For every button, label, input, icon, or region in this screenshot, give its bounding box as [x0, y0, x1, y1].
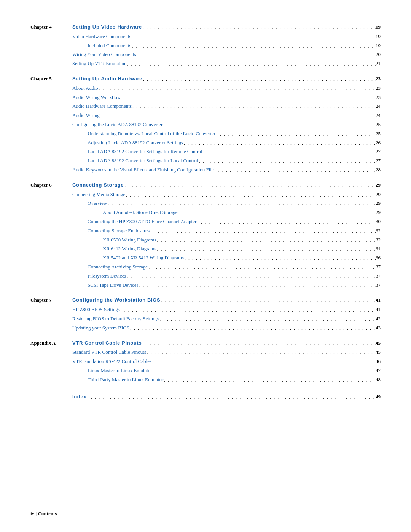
entry-dots-ch5-0: . . . . . . . . . . . . . . . . . . . . … [98, 85, 376, 93]
entry-page-ch7-1: 42 [376, 315, 381, 323]
entry-link-ch6-5[interactable]: XR 6500 Wiring Diagrams [103, 236, 156, 244]
toc-entry-ch5-3: Audio Wiring. . . . . . . . . . . . . . … [30, 111, 381, 120]
chapter-title-ch6[interactable]: Connecting Storage [72, 181, 124, 189]
chapter-title-ch5[interactable]: Setting Up Audio Hardware [72, 75, 142, 83]
entry-dots-ch6-9: . . . . . . . . . . . . . . . . . . . . … [126, 273, 376, 281]
index-link[interactable]: Index [72, 393, 86, 401]
entry-link-ch7-0[interactable]: HP Z800 BIOS Settings [72, 305, 120, 313]
toc-entry-ch7-2: Updating your System BIOS. . . . . . . .… [30, 324, 381, 332]
entry-dots-ch6-5: . . . . . . . . . . . . . . . . . . . . … [156, 237, 376, 244]
chapter-title-ch4[interactable]: Setting Up Video Hardware [72, 23, 142, 31]
entry-link-ch6-1[interactable]: Overview [88, 199, 107, 207]
chapter-label-ch7: Chapter 7 [30, 296, 72, 304]
entry-dots-ch5-1: . . . . . . . . . . . . . . . . . . . . … [121, 94, 376, 102]
entry-dots-ch6-2: . . . . . . . . . . . . . . . . . . . . … [177, 209, 376, 217]
entry-link-appA-1[interactable]: VTR Emulation RS-422 Control Cables [72, 357, 151, 365]
table-of-contents: Chapter 4Setting Up Video Hardware. . . … [30, 23, 381, 401]
entry-link-appA-2[interactable]: Linux Master to Linux Emulator [88, 366, 152, 374]
entry-link-ch6-2[interactable]: About Autodesk Stone Direct Storage [103, 208, 177, 216]
page-container: Chapter 4Setting Up Video Hardware. . . … [0, 0, 411, 532]
chapter-row-appA: Appendix AVTR Control Cable Pinouts. . .… [30, 339, 381, 347]
chapter-row-ch5: Chapter 5Setting Up Audio Hardware. . . … [30, 75, 381, 83]
toc-entry-ch4-3: Setting Up VTR Emulation. . . . . . . . … [30, 59, 381, 68]
toc-entry-ch6-3: Connecting the HP Z800 ATTO Fibre Channe… [30, 217, 381, 226]
footer-text: iv | Contents [30, 511, 57, 516]
chapter-row-ch4: Chapter 4Setting Up Video Hardware. . . … [30, 23, 381, 31]
entry-dots-ch5-5: . . . . . . . . . . . . . . . . . . . . … [215, 131, 376, 138]
entry-link-ch5-8[interactable]: Lucid ADA 88192 Converter Settings for L… [88, 157, 198, 165]
entry-link-ch5-9[interactable]: Audio Keywords in the Visual Effects and… [72, 166, 214, 174]
entry-link-ch6-8[interactable]: Connecting Archiving Storage [88, 263, 148, 271]
toc-entry-ch5-2: Audio Hardware Components. . . . . . . .… [30, 102, 381, 110]
entry-page-ch6-7: 36 [376, 254, 381, 262]
chapter-label-ch5: Chapter 5 [30, 75, 72, 83]
entry-dots-ch5-9: . . . . . . . . . . . . . . . . . . . . … [214, 167, 376, 174]
entry-dots-appA-1: . . . . . . . . . . . . . . . . . . . . … [151, 358, 376, 366]
chapter-title-ch7[interactable]: Configuring the Workstation BIOS [72, 296, 160, 304]
toc-entry-ch6-8: Connecting Archiving Storage. . . . . . … [30, 263, 381, 271]
entry-page-ch6-5: 32 [376, 236, 381, 244]
entry-dots-ch5-4: . . . . . . . . . . . . . . . . . . . . … [162, 121, 376, 129]
toc-entry-ch4-0: Video Hardware Components. . . . . . . .… [30, 32, 381, 41]
entry-link-appA-0[interactable]: Standard VTR Control Cable Pinouts [72, 348, 146, 356]
entry-dots-appA-2: . . . . . . . . . . . . . . . . . . . . … [152, 367, 376, 375]
index-page: 49 [376, 393, 381, 401]
page-num-appA: 45 [376, 339, 381, 347]
entry-link-appA-3[interactable]: Third-Party Master to Linux Emulator [88, 375, 163, 383]
entry-link-ch6-0[interactable]: Connecting Media Storage [72, 190, 125, 198]
entry-page-appA-0: 45 [376, 348, 381, 356]
chapter-label-appA: Appendix A [30, 339, 72, 347]
chapter-row-ch6: Chapter 6Connecting Storage. . . . . . .… [30, 181, 381, 189]
entry-page-ch6-3: 30 [376, 217, 381, 225]
entry-page-ch5-9: 28 [376, 166, 381, 174]
entry-link-ch6-3[interactable]: Connecting the HP Z800 ATTO Fibre Channe… [88, 217, 196, 225]
entry-page-ch6-2: 29 [376, 208, 381, 216]
toc-entry-ch6-7: XR 5402 and XR 5412 Wiring Diagrams. . .… [30, 254, 381, 262]
entry-dots-ch5-6: . . . . . . . . . . . . . . . . . . . . … [183, 140, 376, 147]
entry-page-appA-3: 48 [376, 375, 381, 383]
entry-link-ch7-2[interactable]: Updating your System BIOS [72, 324, 129, 332]
entry-link-ch5-5[interactable]: Understanding Remote vs. Local Control o… [88, 129, 215, 137]
entry-link-ch6-6[interactable]: XR 6412 Wiring Diagrams [103, 244, 156, 252]
entry-link-ch5-0[interactable]: About Audio [72, 84, 98, 92]
entry-page-ch5-0: 23 [376, 84, 381, 92]
toc-entry-appA-2: Linux Master to Linux Emulator. . . . . … [30, 366, 381, 375]
entry-link-ch4-0[interactable]: Video Hardware Components [72, 32, 131, 40]
entry-link-ch6-9[interactable]: Filesystem Devices [88, 272, 126, 280]
dots-ch7: . . . . . . . . . . . . . . . . . . . . … [160, 297, 376, 305]
entry-link-ch6-4[interactable]: Connecting Storage Enclosures [88, 227, 150, 235]
entry-dots-ch5-7: . . . . . . . . . . . . . . . . . . . . … [202, 149, 376, 156]
entry-link-ch5-3[interactable]: Audio Wiring [72, 111, 100, 119]
entry-link-ch7-1[interactable]: Restoring BIOS to Default Factory Settin… [72, 315, 159, 323]
entry-dots-ch6-8: . . . . . . . . . . . . . . . . . . . . … [148, 264, 376, 272]
entry-link-ch6-10[interactable]: SCSI Tape Drive Devices [88, 281, 139, 289]
entry-link-ch4-3[interactable]: Setting Up VTR Emulation [72, 59, 126, 67]
toc-entry-appA-0: Standard VTR Control Cable Pinouts. . . … [30, 348, 381, 356]
dots-ch6: . . . . . . . . . . . . . . . . . . . . … [124, 182, 376, 190]
toc-entry-ch5-5: Understanding Remote vs. Local Control o… [30, 129, 381, 138]
page-num-ch4: 19 [376, 23, 381, 31]
entry-link-ch4-1[interactable]: Included Components [88, 42, 131, 50]
entry-dots-ch6-4: . . . . . . . . . . . . . . . . . . . . … [150, 228, 376, 235]
entry-page-ch5-6: 26 [376, 139, 381, 147]
entry-link-ch5-6[interactable]: Adjusting Lucid ADA 88192 Converter Sett… [88, 139, 183, 147]
toc-entry-ch6-2: About Autodesk Stone Direct Storage. . .… [30, 208, 381, 217]
chapter-title-appA[interactable]: VTR Control Cable Pinouts [72, 339, 142, 347]
entry-link-ch6-7[interactable]: XR 5402 and XR 5412 Wiring Diagrams [103, 254, 184, 262]
entry-link-ch4-2[interactable]: Wiring Your Video Components [72, 50, 136, 58]
entry-dots-ch5-2: . . . . . . . . . . . . . . . . . . . . … [132, 103, 376, 111]
entry-page-ch6-8: 37 [376, 263, 381, 271]
entry-page-ch5-4: 25 [376, 120, 381, 128]
entry-link-ch5-7[interactable]: Lucid ADA 88192 Converter Settings for R… [88, 147, 202, 155]
entry-page-ch5-1: 23 [376, 93, 381, 101]
entry-dots-ch6-10: . . . . . . . . . . . . . . . . . . . . … [139, 282, 376, 290]
chapter-row-ch7: Chapter 7Configuring the Workstation BIO… [30, 296, 381, 304]
entry-link-ch5-1[interactable]: Audio Wiring Workflow [72, 93, 121, 101]
entry-dots-ch7-2: . . . . . . . . . . . . . . . . . . . . … [129, 325, 376, 332]
entry-link-ch5-4[interactable]: Configuring the Lucid ADA 88192 Converte… [72, 120, 162, 128]
entry-link-ch5-2[interactable]: Audio Hardware Components [72, 102, 132, 110]
entry-page-ch4-3: 21 [376, 59, 381, 67]
entry-page-ch5-8: 27 [376, 157, 381, 165]
entry-page-ch6-1: 29 [376, 199, 381, 207]
entry-dots-ch6-0: . . . . . . . . . . . . . . . . . . . . … [125, 192, 376, 199]
